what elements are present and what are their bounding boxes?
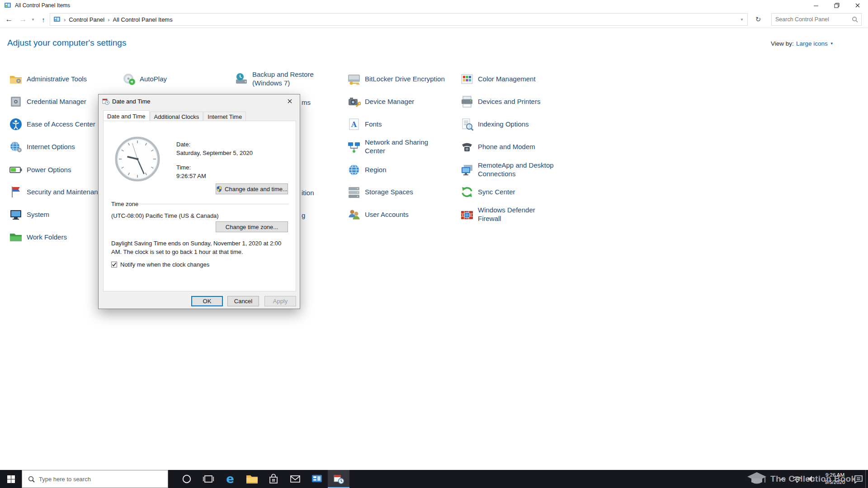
- cp-item-backup-and-restore[interactable]: Backup and Restore (Windows 7): [235, 69, 320, 89]
- analog-clock: [115, 136, 160, 182]
- action-center-icon[interactable]: [853, 470, 864, 488]
- recent-pages-dropdown-icon[interactable]: ▼: [29, 11, 37, 28]
- forward-button[interactable]: →: [17, 11, 29, 28]
- page-title: Adjust your computer's settings: [7, 38, 126, 48]
- uac-shield-icon: [216, 186, 222, 192]
- notify-checkbox[interactable]: Notify me when the clock changes: [111, 261, 209, 268]
- view-by-label: View by:: [771, 40, 794, 47]
- tab-internet-time[interactable]: Internet Time: [203, 112, 246, 121]
- credential-manager-icon: [9, 95, 23, 108]
- firewall-icon: [460, 208, 474, 221]
- control-panel-taskbar-icon[interactable]: [306, 470, 328, 488]
- cp-item-device-manager[interactable]: Device Manager: [347, 92, 414, 112]
- cortana-button[interactable]: [176, 470, 198, 488]
- color-management-icon: [460, 72, 474, 86]
- view-by-dropdown[interactable]: Large icons ▼: [796, 40, 834, 47]
- cp-item-user-accounts[interactable]: User Accounts: [347, 205, 409, 225]
- start-button[interactable]: [0, 470, 22, 488]
- address-bar[interactable]: › Control Panel › All Control Panel Item…: [50, 13, 748, 26]
- ok-button[interactable]: OK: [191, 296, 223, 306]
- device-manager-icon: [347, 95, 361, 108]
- cp-item-remoteapp[interactable]: RemoteApp and Desktop Connections: [460, 160, 561, 180]
- region-icon: [347, 163, 361, 177]
- date-value: Saturday, September 5, 2020: [176, 150, 253, 156]
- dialog-tabs: Date and Time Additional Clocks Internet…: [103, 112, 246, 121]
- tab-date-and-time[interactable]: Date and Time: [103, 110, 150, 121]
- cp-item-region[interactable]: Region: [347, 160, 387, 180]
- user-accounts-icon: [347, 208, 361, 221]
- cp-item-security-and-maintenance[interactable]: Security and Maintenance: [9, 182, 105, 202]
- cp-item-ease-of-access-center[interactable]: Ease of Access Center: [9, 114, 95, 134]
- up-button[interactable]: ↑: [38, 11, 49, 28]
- cp-item-fonts[interactable]: A Fonts: [347, 114, 382, 134]
- control-panel-icon: [53, 16, 61, 23]
- breadcrumb-separator-icon: ›: [61, 16, 69, 23]
- change-date-time-button[interactable]: Change date and time...: [216, 183, 288, 194]
- minimize-button[interactable]: [806, 0, 826, 11]
- breadcrumb-control-panel[interactable]: Control Panel: [69, 16, 104, 23]
- network-icon[interactable]: [791, 470, 803, 488]
- date-time-taskbar-icon[interactable]: [328, 470, 349, 488]
- work-folders-icon: [9, 230, 23, 244]
- control-panel-window-icon: [4, 2, 11, 9]
- cp-item-partial-label[interactable]: g: [302, 211, 305, 219]
- tray-chevron-up-icon[interactable]: [777, 470, 788, 488]
- taskbar-search-input[interactable]: [39, 476, 168, 483]
- dialog-titlebar[interactable]: Date and Time: [99, 94, 300, 108]
- breadcrumb-all-control-panel-items[interactable]: All Control Panel Items: [113, 16, 172, 23]
- cp-item-windows-defender-firewall[interactable]: Windows Defender Firewall: [460, 205, 543, 225]
- remoteapp-icon: [460, 163, 474, 177]
- time-label: Time:: [176, 164, 253, 171]
- edge-icon[interactable]: e: [219, 470, 241, 488]
- tray-clock[interactable]: 9:26 AM 9/5/2020: [820, 472, 850, 486]
- cp-item-autoplay[interactable]: AutoPlay: [122, 69, 167, 89]
- cp-item-partial-label[interactable]: ms: [302, 99, 311, 106]
- dialog-close-button[interactable]: [279, 94, 300, 108]
- cp-item-credential-manager[interactable]: Credential Manager: [9, 92, 86, 112]
- file-explorer-icon[interactable]: [241, 470, 263, 488]
- cp-item-internet-options[interactable]: Internet Options: [9, 137, 75, 157]
- apply-button[interactable]: Apply: [264, 296, 296, 306]
- administrative-tools-icon: [9, 72, 23, 86]
- volume-icon[interactable]: [806, 470, 817, 488]
- sync-center-icon: [460, 185, 474, 199]
- store-icon[interactable]: [263, 470, 284, 488]
- system-tray: 9:26 AM 9/5/2020: [777, 470, 864, 488]
- cp-item-system[interactable]: System: [9, 205, 49, 225]
- taskbar-search[interactable]: [22, 470, 168, 488]
- cp-item-sync-center[interactable]: Sync Center: [460, 182, 515, 202]
- cancel-button[interactable]: Cancel: [227, 296, 259, 306]
- cp-item-phone-and-modem[interactable]: Phone and Modem: [460, 137, 535, 157]
- mail-icon[interactable]: [284, 470, 306, 488]
- address-dropdown-icon[interactable]: ▼: [740, 18, 744, 22]
- cp-item-partial-label[interactable]: ition: [302, 189, 314, 197]
- cp-item-indexing-options[interactable]: Indexing Options: [460, 114, 529, 134]
- time-zone-group-label: Time zone: [111, 201, 138, 207]
- refresh-button[interactable]: ↻: [751, 11, 765, 28]
- cp-item-devices-and-printers[interactable]: Devices and Printers: [460, 92, 540, 112]
- cp-item-storage-spaces[interactable]: Storage Spaces: [347, 182, 413, 202]
- cp-item-work-folders[interactable]: Work Folders: [9, 227, 67, 247]
- devices-printers-icon: [460, 95, 474, 108]
- cp-item-bitlocker[interactable]: BitLocker Drive Encryption: [347, 69, 445, 89]
- explorer-search-box[interactable]: [771, 13, 862, 26]
- cp-item-color-management[interactable]: Color Management: [460, 69, 536, 89]
- show-desktop-button[interactable]: [865, 470, 868, 488]
- close-button[interactable]: [847, 0, 868, 11]
- taskbar: e 9:26 AM 9/5/2020: [0, 470, 868, 488]
- checkbox-checked-icon: [111, 262, 117, 267]
- task-view-button[interactable]: [198, 470, 219, 488]
- back-button[interactable]: ←: [3, 11, 15, 28]
- cp-item-administrative-tools[interactable]: Administrative Tools: [9, 69, 87, 89]
- date-time-dialog-icon: [102, 98, 109, 105]
- phone-modem-icon: [460, 140, 474, 154]
- tab-additional-clocks[interactable]: Additional Clocks: [150, 112, 203, 121]
- restore-button[interactable]: [826, 0, 847, 11]
- system-icon: [9, 208, 23, 221]
- internet-options-icon: [9, 140, 23, 154]
- dialog-title: Date and Time: [112, 98, 151, 105]
- search-input[interactable]: [772, 16, 852, 23]
- change-time-zone-button[interactable]: Change time zone...: [216, 221, 288, 232]
- cp-item-power-options[interactable]: Power Options: [9, 160, 71, 180]
- cp-item-network-sharing-center[interactable]: Network and Sharing Center: [347, 137, 435, 157]
